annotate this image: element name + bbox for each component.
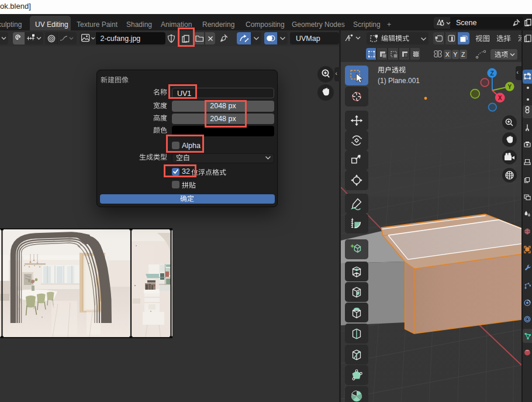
svg-text:Y: Y	[507, 84, 512, 90]
svg-text:Z: Z	[490, 70, 494, 77]
svg-text:X: X	[498, 95, 502, 101]
